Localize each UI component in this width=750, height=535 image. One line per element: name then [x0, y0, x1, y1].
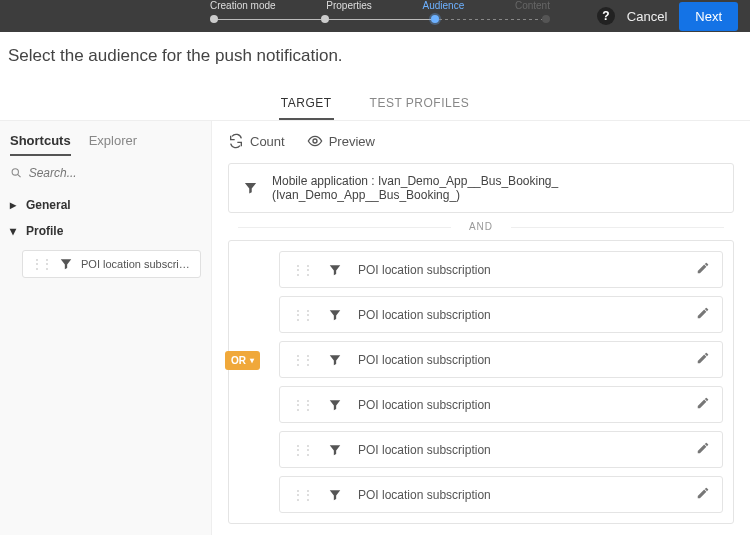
step-creation-mode[interactable]: Creation mode [210, 0, 276, 11]
drag-handle-icon[interactable]: ⋮⋮ [292, 488, 312, 502]
rule-item[interactable]: ⋮⋮ POI location subscription [279, 431, 723, 468]
pencil-icon [696, 351, 710, 365]
shortcut-group-profile[interactable]: ▾ Profile [10, 218, 201, 244]
sidebar-tab-shortcuts[interactable]: Shortcuts [10, 133, 71, 156]
pencil-icon [696, 306, 710, 320]
edit-button[interactable] [696, 306, 710, 323]
pencil-icon [696, 441, 710, 455]
rules-group: OR ▾ ⋮⋮ POI location subscription ⋮⋮ POI… [228, 240, 734, 524]
funnel-icon [328, 308, 342, 322]
mobile-app-text: Mobile application : Ivan_Demo_App__Bus_… [272, 174, 719, 202]
edit-button[interactable] [696, 486, 710, 503]
page-title: Select the audience for the push notific… [0, 32, 750, 74]
funnel-icon [328, 263, 342, 277]
drag-handle-icon: ⋮⋮ [31, 257, 51, 271]
canvas-toolbar: Count Preview [228, 133, 734, 149]
edit-button[interactable] [696, 351, 710, 368]
funnel-icon [243, 180, 258, 196]
rule-item[interactable]: ⋮⋮ POI location subscription [279, 341, 723, 378]
rule-label: POI location subscription [358, 398, 491, 412]
sidebar-tab-explorer[interactable]: Explorer [89, 133, 137, 156]
or-label: OR [231, 355, 246, 366]
rule-item[interactable]: ⋮⋮ POI location subscription [279, 251, 723, 288]
pencil-icon [696, 261, 710, 275]
drag-handle-icon[interactable]: ⋮⋮ [292, 398, 312, 412]
search-input[interactable] [29, 166, 201, 180]
pencil-icon [696, 396, 710, 410]
rule-label: POI location subscription [358, 443, 491, 457]
funnel-icon [59, 257, 73, 271]
shortcut-group-label: Profile [26, 224, 63, 238]
edit-button[interactable] [696, 396, 710, 413]
sidebar-search[interactable] [10, 166, 201, 180]
funnel-icon [328, 488, 342, 502]
step-dot-3 [431, 15, 439, 23]
funnel-icon [328, 443, 342, 457]
pencil-icon [696, 486, 710, 500]
count-button[interactable]: Count [228, 133, 285, 149]
search-icon [10, 166, 23, 180]
top-bar: Creation mode Properties Audience Conten… [0, 0, 750, 32]
step-dot-2 [321, 15, 329, 23]
count-label: Count [250, 134, 285, 149]
sidebar: Shortcuts Explorer ▸ General ▾ Profile ⋮… [0, 121, 212, 535]
chevron-right-icon: ▸ [10, 198, 20, 212]
and-connector: AND [228, 221, 734, 232]
rule-label: POI location subscription [358, 353, 491, 367]
content-tabs: TARGET TEST PROFILES [0, 88, 750, 121]
funnel-icon [328, 398, 342, 412]
svg-point-0 [12, 169, 18, 175]
refresh-icon [228, 133, 244, 149]
rule-label: POI location subscription [358, 308, 491, 322]
funnel-icon [328, 353, 342, 367]
next-button[interactable]: Next [679, 2, 738, 31]
edit-button[interactable] [696, 441, 710, 458]
drag-handle-icon[interactable]: ⋮⋮ [292, 353, 312, 367]
preview-label: Preview [329, 134, 375, 149]
preview-button[interactable]: Preview [307, 133, 375, 149]
step-audience[interactable]: Audience [423, 0, 465, 11]
shortcut-item-poi[interactable]: ⋮⋮ POI location subscriptio… [22, 250, 201, 278]
or-connector-badge[interactable]: OR ▾ [225, 351, 260, 370]
rule-label: POI location subscription [358, 263, 491, 277]
cancel-button[interactable]: Cancel [627, 9, 667, 24]
eye-icon [307, 133, 323, 149]
drag-handle-icon[interactable]: ⋮⋮ [292, 308, 312, 322]
step-dot-4 [542, 15, 550, 23]
rule-item[interactable]: ⋮⋮ POI location subscription [279, 386, 723, 423]
rule-item[interactable]: ⋮⋮ POI location subscription [279, 296, 723, 333]
step-dot-1 [210, 15, 218, 23]
stepper: Creation mode Properties Audience Conten… [210, 0, 550, 32]
rule-label: POI location subscription [358, 488, 491, 502]
tab-test-profiles[interactable]: TEST PROFILES [368, 88, 472, 120]
shortcut-group-general[interactable]: ▸ General [10, 192, 201, 218]
drag-handle-icon[interactable]: ⋮⋮ [292, 443, 312, 457]
drag-handle-icon[interactable]: ⋮⋮ [292, 263, 312, 277]
shortcut-group-label: General [26, 198, 71, 212]
chevron-down-icon: ▾ [10, 224, 20, 238]
svg-point-2 [313, 139, 317, 143]
mobile-app-filter-row[interactable]: Mobile application : Ivan_Demo_App__Bus_… [228, 163, 734, 213]
caret-down-icon: ▾ [250, 356, 254, 365]
svg-line-1 [18, 175, 21, 178]
help-icon[interactable]: ? [597, 7, 615, 25]
rule-item[interactable]: ⋮⋮ POI location subscription [279, 476, 723, 513]
shortcut-item-label: POI location subscriptio… [81, 258, 192, 270]
step-properties[interactable]: Properties [326, 0, 372, 11]
step-content: Content [515, 0, 550, 11]
edit-button[interactable] [696, 261, 710, 278]
tab-target[interactable]: TARGET [279, 88, 334, 120]
rules-canvas: Count Preview Mobile application : Ivan_… [212, 121, 750, 535]
